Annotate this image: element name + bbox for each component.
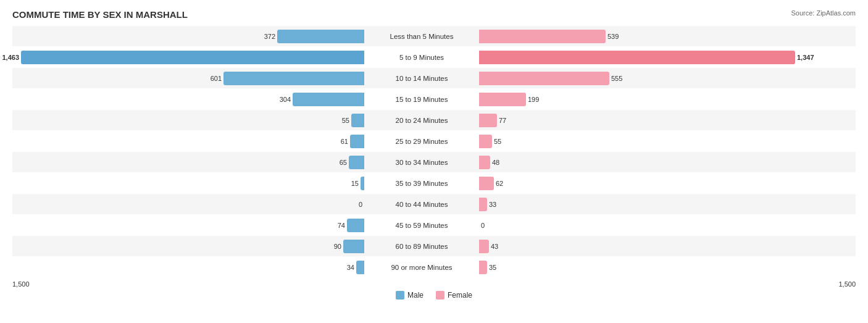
male-value: 372 — [264, 33, 275, 40]
table-row: 9060 to 89 Minutes43 — [12, 236, 856, 256]
male-value: 34 — [347, 264, 354, 271]
male-value: 74 — [338, 222, 345, 229]
bar-female — [479, 135, 492, 148]
chart-container: COMMUTE TIME BY SEX IN MARSHALL Source: … — [0, 0, 868, 323]
bar-female — [479, 72, 609, 85]
legend-male: Male — [396, 291, 424, 300]
source-label: Source: ZipAtlas.com — [791, 9, 856, 17]
male-value: 304 — [280, 96, 291, 103]
bar-male — [21, 51, 364, 64]
row-label: 90 or more Minutes — [364, 264, 479, 271]
row-label: Less than 5 Minutes — [364, 33, 479, 40]
male-value: 55 — [342, 117, 349, 124]
table-row: 3490 or more Minutes35 — [12, 257, 856, 277]
row-label: 20 to 24 Minutes — [364, 117, 479, 124]
legend-female-label: Female — [448, 291, 472, 300]
bar-female — [479, 240, 489, 253]
table-row: 30415 to 19 Minutes199 — [12, 89, 856, 109]
female-value: 539 — [607, 33, 619, 40]
female-value: 62 — [496, 180, 503, 187]
bar-male — [293, 93, 364, 106]
female-value: 55 — [494, 138, 501, 145]
legend-female: Female — [436, 291, 472, 300]
bar-male — [277, 30, 364, 43]
bar-female — [479, 30, 606, 43]
row-label: 45 to 59 Minutes — [364, 222, 479, 229]
female-value: 33 — [489, 201, 496, 208]
female-value: 48 — [492, 159, 499, 166]
axis-left: 1,500 — [12, 280, 30, 288]
row-label: 5 to 9 Minutes — [364, 54, 479, 61]
row-label: 35 to 39 Minutes — [364, 180, 479, 187]
female-value: 77 — [499, 117, 506, 124]
male-value: 0 — [359, 201, 362, 208]
table-row: 5520 to 24 Minutes77 — [12, 110, 856, 130]
bar-female — [479, 51, 795, 64]
male-value: 90 — [334, 243, 341, 250]
row-label: 30 to 34 Minutes — [364, 159, 479, 166]
female-value: 35 — [489, 264, 496, 271]
bar-male — [343, 240, 364, 253]
male-value: 61 — [341, 138, 348, 145]
table-row: 040 to 44 Minutes33 — [12, 194, 856, 214]
row-label: 15 to 19 Minutes — [364, 96, 479, 103]
chart-title: COMMUTE TIME BY SEX IN MARSHALL — [12, 9, 856, 20]
male-value: 65 — [340, 159, 347, 166]
female-value: 0 — [481, 222, 485, 229]
bar-male — [351, 114, 364, 127]
female-value: 1,347 — [797, 54, 814, 61]
bar-female — [479, 261, 487, 274]
female-value: 43 — [491, 243, 498, 250]
male-value: 15 — [351, 180, 359, 187]
row-label: 40 to 44 Minutes — [364, 201, 479, 208]
table-row: 6125 to 29 Minutes55 — [12, 131, 856, 151]
female-value: 555 — [611, 75, 622, 82]
bar-male — [347, 219, 364, 232]
female-value: 199 — [528, 96, 539, 103]
bar-female — [479, 198, 487, 211]
bar-female — [479, 114, 497, 127]
bar-male — [223, 72, 364, 85]
row-label: 25 to 29 Minutes — [364, 138, 479, 145]
table-row: 7445 to 59 Minutes0 — [12, 215, 856, 235]
row-label: 10 to 14 Minutes — [364, 75, 479, 82]
table-row: 6530 to 34 Minutes48 — [12, 152, 856, 172]
bar-male — [350, 135, 364, 148]
chart-area: 372Less than 5 Minutes5391,4635 to 9 Min… — [12, 26, 856, 279]
male-value: 1,463 — [2, 54, 19, 61]
table-row: 60110 to 14 Minutes555 — [12, 68, 856, 88]
bar-female — [479, 156, 490, 169]
bar-female — [479, 93, 526, 106]
legend-female-box — [436, 291, 444, 300]
table-row: 1,4635 to 9 Minutes1,347 — [12, 47, 856, 67]
legend-male-box — [396, 291, 404, 300]
table-row: 1535 to 39 Minutes62 — [12, 173, 856, 193]
legend: Male Female — [12, 291, 856, 300]
legend-male-label: Male — [407, 291, 424, 300]
table-row: 372Less than 5 Minutes539 — [12, 26, 856, 46]
axis-right: 1,500 — [838, 280, 856, 288]
bar-male — [356, 261, 364, 274]
bar-female — [479, 177, 494, 190]
male-value: 601 — [211, 75, 222, 82]
row-label: 60 to 89 Minutes — [364, 243, 479, 250]
bar-male — [349, 156, 364, 169]
